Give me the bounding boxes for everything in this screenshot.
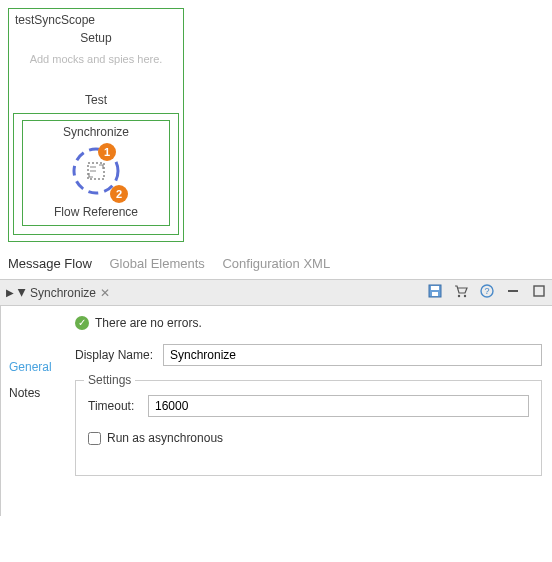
status-text: There are no errors. bbox=[95, 316, 202, 330]
display-name-input[interactable] bbox=[163, 344, 542, 366]
maximize-icon[interactable] bbox=[526, 284, 546, 301]
editor-tabs: Message Flow Global Elements Configurati… bbox=[0, 250, 552, 279]
run-async-label: Run as asynchronous bbox=[107, 431, 223, 445]
run-async-checkbox[interactable] bbox=[88, 432, 101, 445]
side-tab-notes[interactable]: Notes bbox=[9, 380, 63, 406]
test-frame: Synchronize 1 2 Flow Reference bbox=[13, 113, 179, 235]
properties-side-tabs: General Notes bbox=[1, 306, 71, 516]
settings-fieldset: Settings Timeout: Run as asynchronous bbox=[75, 380, 542, 476]
help-icon[interactable]: ? bbox=[474, 284, 494, 301]
svg-point-5 bbox=[458, 295, 460, 297]
side-tab-general[interactable]: General bbox=[9, 354, 63, 380]
cart-icon[interactable] bbox=[448, 284, 468, 301]
svg-text:?: ? bbox=[484, 286, 489, 296]
scope-title: testSyncScope bbox=[9, 9, 183, 27]
ok-icon: ✓ bbox=[75, 316, 89, 330]
synchronize-label: Synchronize bbox=[25, 125, 167, 141]
display-name-label: Display Name: bbox=[75, 348, 163, 362]
minimize-icon[interactable] bbox=[500, 284, 520, 301]
callout-badge-1: 1 bbox=[98, 143, 116, 161]
setup-section-label: Setup bbox=[9, 27, 183, 49]
tab-configuration-xml[interactable]: Configuration XML bbox=[222, 256, 330, 271]
svg-point-6 bbox=[464, 295, 466, 297]
close-icon[interactable]: ✕ bbox=[100, 286, 110, 300]
properties-panel: ▶ ▶ Synchronize ✕ ? General Notes bbox=[0, 279, 552, 516]
properties-title: Synchronize bbox=[30, 286, 96, 300]
tab-message-flow[interactable]: Message Flow bbox=[8, 256, 92, 271]
svg-rect-4 bbox=[432, 292, 438, 296]
setup-hint: Add mocks and spies here. bbox=[9, 49, 183, 89]
status-row: ✓ There are no errors. bbox=[75, 316, 542, 330]
timeout-input[interactable] bbox=[148, 395, 529, 417]
flow-canvas: testSyncScope Setup Add mocks and spies … bbox=[0, 0, 552, 250]
save-icon[interactable] bbox=[422, 284, 442, 301]
settings-legend: Settings bbox=[84, 373, 135, 387]
svg-rect-3 bbox=[431, 286, 439, 290]
callout-badge-2: 2 bbox=[110, 185, 128, 203]
test-section-label: Test bbox=[9, 89, 183, 111]
svg-rect-10 bbox=[534, 286, 544, 296]
properties-header: ▶ ▶ Synchronize ✕ ? bbox=[0, 280, 552, 306]
synchronize-component[interactable]: Synchronize 1 2 Flow Reference bbox=[22, 120, 170, 226]
flow-reference-label: Flow Reference bbox=[25, 201, 167, 219]
svg-rect-9 bbox=[508, 290, 518, 292]
expand-icon[interactable]: ▶ bbox=[6, 287, 14, 298]
test-scope-box[interactable]: testSyncScope Setup Add mocks and spies … bbox=[8, 8, 184, 242]
expand-down-icon[interactable]: ▶ bbox=[17, 289, 28, 297]
properties-form: ✓ There are no errors. Display Name: Set… bbox=[71, 306, 552, 516]
timeout-label: Timeout: bbox=[88, 399, 148, 413]
tab-global-elements[interactable]: Global Elements bbox=[109, 256, 204, 271]
flow-reference-icon: 1 2 bbox=[66, 141, 126, 201]
